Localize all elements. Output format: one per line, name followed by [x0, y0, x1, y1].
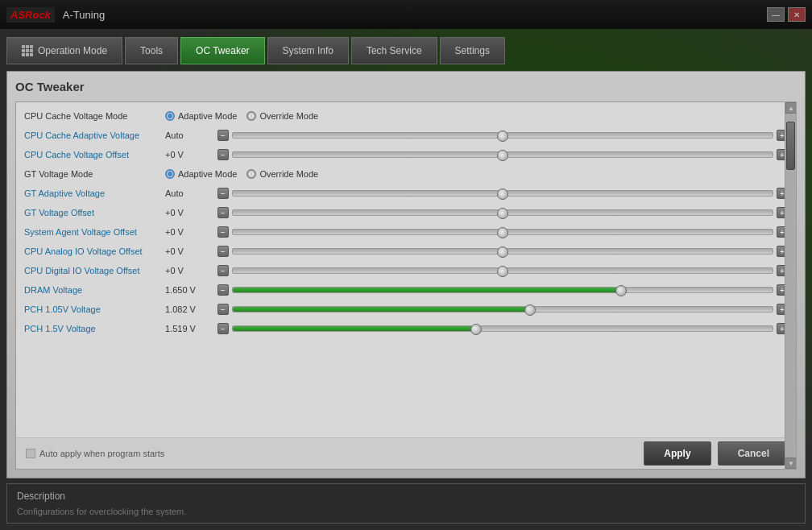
row-value-pch-15v-voltage: 1.519 V [165, 324, 218, 333]
row-value-dram-voltage: 1.650 V [165, 285, 218, 295]
table-row: System Agent Voltage Offset+0 V−+ [23, 223, 789, 241]
slider-track-cpu-analog-io-voltage-offset[interactable] [232, 248, 773, 255]
description-text: Configurations for overclocking the syst… [17, 507, 795, 516]
slider-thumb-cpu-digital-io-voltage-offset[interactable] [497, 266, 508, 277]
radio-override-gt-voltage-mode[interactable]: Override Mode [246, 169, 318, 179]
radio-adaptive-gt-voltage-mode[interactable]: Adaptive Mode [165, 169, 237, 179]
slider-thumb-cpu-cache-adaptive-voltage[interactable] [497, 130, 508, 142]
slider-minus-pch-15v-voltage[interactable]: − [218, 323, 229, 334]
nav-tab-label: Tools [140, 45, 163, 56]
scroll-down-button[interactable]: ▼ [785, 458, 797, 469]
row-value-gt-voltage-offset: +0 V [165, 208, 218, 217]
slider-track-cpu-cache-voltage-offset[interactable] [232, 151, 773, 158]
slider-track-gt-voltage-offset[interactable] [232, 209, 773, 216]
nav-tab-label: Operation Mode [38, 45, 107, 56]
slider-minus-cpu-cache-adaptive-voltage[interactable]: − [218, 130, 229, 141]
slider-thumb-gt-voltage-offset[interactable] [497, 208, 508, 219]
slider-thumb-cpu-analog-io-voltage-offset[interactable] [497, 246, 508, 258]
radio-label-right: Override Mode [259, 169, 318, 179]
row-label-cpu-analog-io-voltage-offset: CPU Analog IO Voltage Offset [24, 246, 165, 256]
nav-tab-tools[interactable]: Tools [125, 37, 178, 64]
cancel-button[interactable]: Cancel [718, 441, 789, 466]
slider-track-system-agent-voltage-offset[interactable] [232, 229, 773, 235]
row-label-dram-voltage: DRAM Voltage [24, 285, 165, 295]
scrollbar-track[interactable]: ▲ ▼ [785, 102, 796, 469]
close-button[interactable]: ✕ [788, 7, 806, 22]
slider-thumb-cpu-cache-voltage-offset[interactable] [497, 150, 508, 161]
window-controls: — ✕ [767, 7, 806, 22]
slider-track-pch-15v-voltage[interactable] [232, 325, 773, 332]
slider-minus-cpu-cache-voltage-offset[interactable]: − [218, 149, 229, 160]
row-label-gt-adaptive-voltage: GT Adaptive Voltage [24, 188, 165, 198]
app-title: A-Tuning [63, 9, 105, 21]
nav-tab-label: System Info [283, 45, 334, 56]
radio-label-left: Adaptive Mode [178, 169, 237, 179]
table-row: PCH 1.05V Voltage1.082 V−+ [23, 300, 789, 318]
slider-minus-system-agent-voltage-offset[interactable]: − [218, 226, 229, 238]
tweaker-scroll-area[interactable]: CPU Cache Voltage ModeAdaptive ModeOverr… [16, 102, 796, 437]
row-value-pch-105v-voltage: 1.082 V [165, 304, 218, 314]
scroll-thumb[interactable] [785, 114, 796, 458]
nav-tab-system-info[interactable]: System Info [267, 37, 349, 64]
slider-fill-dram-voltage [233, 288, 621, 292]
radio-label-left: Adaptive Mode [178, 111, 237, 121]
apply-button[interactable]: Apply [644, 441, 710, 466]
row-label-cpu-cache-adaptive-voltage: CPU Cache Adaptive Voltage [24, 130, 165, 140]
grid-icon [22, 45, 33, 56]
nav-tab-operation-mode[interactable]: Operation Mode [6, 37, 122, 64]
slider-thumb-dram-voltage[interactable] [615, 285, 627, 296]
slider-minus-cpu-analog-io-voltage-offset[interactable]: − [218, 246, 229, 257]
auto-apply-label: Auto apply when program starts [39, 449, 164, 458]
nav-bar: Operation ModeToolsOC TweakerSystem Info… [6, 35, 806, 66]
radio-adaptive-cpu-cache-voltage-mode[interactable]: Adaptive Mode [165, 111, 237, 121]
nav-tab-tech-service[interactable]: Tech Service [351, 37, 437, 64]
row-label-gt-voltage-mode: GT Voltage Mode [24, 169, 165, 179]
row-label-gt-voltage-offset: GT Voltage Offset [24, 208, 165, 217]
auto-apply-area: Auto apply when program starts [26, 449, 164, 458]
slider-fill-pch-105v-voltage [233, 307, 530, 312]
table-row: CPU Cache Voltage Offset+0 V−+ [23, 146, 789, 164]
slider-minus-dram-voltage[interactable]: − [218, 284, 229, 296]
scroll-thumb-inner [786, 122, 795, 170]
slider-track-cpu-digital-io-voltage-offset[interactable] [232, 267, 773, 274]
slider-track-cpu-cache-adaptive-voltage[interactable] [232, 132, 773, 139]
slider-fill-pch-15v-voltage [233, 326, 476, 331]
slider-track-pch-105v-voltage[interactable] [232, 306, 773, 313]
slider-track-dram-voltage[interactable] [232, 287, 773, 293]
radio-circle-right [246, 111, 256, 121]
radio-group-gt-voltage-mode: Adaptive ModeOverride Mode [165, 169, 318, 179]
nav-tab-oc-tweaker[interactable]: OC Tweaker [180, 37, 264, 64]
page-title: OC Tweaker [15, 80, 797, 93]
slider-area-cpu-analog-io-voltage-offset: −+ [218, 246, 788, 257]
table-row: PCH 1.5V Voltage1.519 V−+ [23, 320, 789, 337]
slider-thumb-system-agent-voltage-offset[interactable] [497, 227, 508, 238]
slider-area-dram-voltage: −+ [218, 284, 788, 296]
slider-area-pch-105v-voltage: −+ [218, 304, 788, 315]
slider-thumb-pch-105v-voltage[interactable] [524, 304, 536, 316]
slider-minus-gt-adaptive-voltage[interactable]: − [218, 188, 229, 199]
slider-minus-gt-voltage-offset[interactable]: − [218, 207, 229, 218]
radio-override-cpu-cache-voltage-mode[interactable]: Override Mode [246, 111, 318, 121]
table-row: CPU Analog IO Voltage Offset+0 V−+ [23, 242, 789, 260]
slider-minus-cpu-digital-io-voltage-offset[interactable]: − [218, 265, 229, 276]
auto-apply-checkbox[interactable] [26, 449, 35, 458]
slider-track-gt-adaptive-voltage[interactable] [232, 190, 773, 197]
content-area: OC Tweaker CPU Cache Voltage ModeAdaptiv… [6, 71, 806, 478]
slider-thumb-gt-adaptive-voltage[interactable] [497, 188, 508, 200]
row-value-cpu-cache-voltage-offset: +0 V [165, 150, 218, 159]
slider-area-system-agent-voltage-offset: −+ [218, 226, 788, 238]
main-container: Operation ModeToolsOC TweakerSystem Info… [0, 29, 812, 530]
slider-area-gt-adaptive-voltage: −+ [218, 188, 788, 199]
slider-area-cpu-cache-voltage-offset: −+ [218, 149, 788, 160]
scroll-up-button[interactable]: ▲ [785, 102, 797, 114]
radio-group-cpu-cache-voltage-mode: Adaptive ModeOverride Mode [165, 111, 318, 121]
minimize-button[interactable]: — [767, 7, 785, 22]
description-title: Description [17, 491, 795, 502]
logo: ASRock [6, 7, 55, 23]
slider-minus-pch-105v-voltage[interactable]: − [218, 304, 229, 315]
slider-thumb-pch-15v-voltage[interactable] [470, 324, 482, 335]
bottom-controls: Auto apply when program starts Apply Can… [16, 437, 796, 469]
nav-tab-settings[interactable]: Settings [440, 37, 505, 64]
row-label-pch-105v-voltage: PCH 1.05V Voltage [24, 304, 165, 314]
row-value-cpu-analog-io-voltage-offset: +0 V [165, 246, 218, 256]
